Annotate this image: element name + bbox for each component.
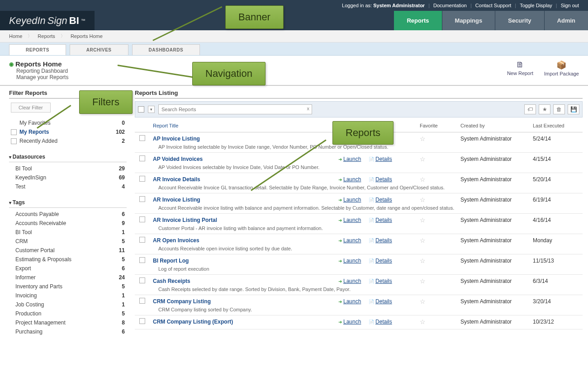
details-link[interactable]: Details bbox=[369, 176, 392, 183]
delete-button[interactable]: 🗑 bbox=[553, 104, 565, 114]
link-contact-support[interactable]: Contact Support bbox=[475, 3, 512, 8]
tag-item[interactable]: Accounts Payable bbox=[11, 211, 59, 217]
report-title-link[interactable]: AP Invoice Listing bbox=[153, 136, 200, 142]
launch-link[interactable]: Launch bbox=[338, 278, 361, 284]
filter-checkbox[interactable] bbox=[11, 138, 17, 144]
report-title-link[interactable]: AR Invoice Listing Portal bbox=[153, 217, 217, 223]
launch-link[interactable]: Launch bbox=[338, 217, 361, 223]
tag-item[interactable]: Inventory and Parts bbox=[11, 283, 62, 290]
row-checkbox[interactable] bbox=[139, 257, 145, 263]
launch-link[interactable]: Launch bbox=[338, 319, 361, 325]
row-checkbox[interactable] bbox=[139, 135, 145, 141]
favorite-star-icon[interactable]: ☆ bbox=[420, 298, 426, 305]
tag-button[interactable]: 🏷 bbox=[524, 104, 536, 114]
tag-item[interactable]: Estimating & Proposals bbox=[11, 256, 71, 263]
favorite-star-icon[interactable]: ☆ bbox=[420, 135, 426, 142]
nav-security[interactable]: Security bbox=[495, 11, 544, 30]
table-row: Cash Receipts Launch Details ☆ System Ad… bbox=[135, 275, 583, 295]
launch-link[interactable]: Launch bbox=[338, 176, 361, 183]
launch-link[interactable]: Launch bbox=[338, 156, 361, 162]
favorite-star-icon[interactable]: ☆ bbox=[420, 216, 426, 224]
link-sign-out[interactable]: Sign out bbox=[561, 3, 579, 8]
subtab-reports[interactable]: REPORTS bbox=[9, 44, 66, 55]
tag-item[interactable]: Job Costing bbox=[11, 301, 44, 308]
details-link[interactable]: Details bbox=[369, 197, 392, 203]
select-dropdown[interactable]: ▾ bbox=[148, 106, 155, 113]
report-title-link[interactable]: AR Open Invoices bbox=[153, 237, 199, 244]
tag-item[interactable]: BI Tool bbox=[11, 229, 32, 235]
favorite-star-icon[interactable]: ☆ bbox=[420, 155, 426, 163]
datasource-item[interactable]: Test bbox=[11, 183, 25, 190]
launch-link[interactable]: Launch bbox=[338, 237, 361, 244]
row-checkbox[interactable] bbox=[139, 216, 145, 222]
new-report-button[interactable]: 🗎 New Report bbox=[507, 60, 533, 76]
clear-filter-button[interactable]: Clear Filter bbox=[11, 103, 51, 113]
favorite-button[interactable]: ★ bbox=[539, 104, 550, 114]
tag-item[interactable]: Project Management bbox=[11, 320, 66, 326]
favorite-star-icon[interactable]: ☆ bbox=[420, 237, 426, 244]
launch-link[interactable]: Launch bbox=[338, 258, 361, 264]
link-toggle-display[interactable]: Toggle Display bbox=[520, 3, 552, 8]
row-checkbox[interactable] bbox=[139, 298, 145, 304]
nav-admin[interactable]: Admin bbox=[544, 11, 588, 30]
favorite-star-icon[interactable]: ☆ bbox=[420, 257, 426, 264]
clear-search-icon[interactable]: x bbox=[307, 106, 310, 111]
details-link[interactable]: Details bbox=[369, 156, 392, 162]
select-all-checkbox[interactable] bbox=[138, 106, 144, 113]
datasources-title[interactable]: Datasources bbox=[9, 152, 127, 162]
report-title-link[interactable]: Cash Receipts bbox=[153, 278, 190, 284]
tag-item[interactable]: Informer bbox=[11, 274, 36, 281]
report-title-link[interactable]: CRM Company Listing bbox=[153, 298, 211, 305]
details-link[interactable]: Details bbox=[369, 298, 392, 305]
filter-checkbox[interactable] bbox=[11, 129, 17, 135]
save-button[interactable]: 💾 bbox=[568, 104, 579, 114]
table-row: BI Report Log Launch Details ☆ System Ad… bbox=[135, 254, 583, 275]
filter-item[interactable]: My Reports bbox=[19, 129, 49, 135]
filter-item[interactable]: Recently Added bbox=[19, 138, 57, 144]
col-report-title[interactable]: Report Title bbox=[153, 123, 338, 128]
datasource-item[interactable]: BI Tool bbox=[11, 165, 32, 172]
details-link[interactable]: Details bbox=[369, 258, 392, 264]
favorite-star-icon[interactable]: ☆ bbox=[420, 318, 426, 325]
subtab-archives[interactable]: ARCHIVES bbox=[70, 44, 128, 55]
launch-link[interactable]: Launch bbox=[338, 298, 361, 305]
tag-item[interactable]: Accounts Receivable bbox=[11, 220, 66, 226]
details-link[interactable]: Details bbox=[369, 237, 392, 244]
nav-mappings[interactable]: Mappings bbox=[442, 11, 495, 30]
callout-navigation: Navigation bbox=[192, 62, 266, 85]
tags-title[interactable]: Tags bbox=[9, 197, 127, 208]
report-title-link[interactable]: AR Invoice Details bbox=[153, 176, 200, 183]
report-title-link[interactable]: AR Invoice Listing bbox=[153, 197, 200, 203]
tag-item[interactable]: Production bbox=[11, 310, 41, 317]
favorite-star-icon[interactable]: ☆ bbox=[420, 196, 426, 203]
import-package-button[interactable]: 📦 Import Package bbox=[544, 60, 579, 76]
link-documentation[interactable]: Documentation bbox=[433, 3, 467, 8]
tag-item[interactable]: CRM bbox=[11, 238, 28, 244]
report-title-link[interactable]: CRM Company Listing (Export) bbox=[153, 319, 233, 325]
favorite-star-icon[interactable]: ☆ bbox=[420, 176, 426, 183]
row-checkbox[interactable] bbox=[139, 318, 145, 324]
favorite-star-icon[interactable]: ☆ bbox=[420, 277, 426, 285]
report-title-link[interactable]: BI Report Log bbox=[153, 258, 189, 264]
launch-link[interactable]: Launch bbox=[338, 197, 361, 203]
details-link[interactable]: Details bbox=[369, 319, 392, 325]
tag-item[interactable]: Export bbox=[11, 265, 31, 272]
tag-item[interactable]: Customer Portal bbox=[11, 247, 55, 254]
tag-item[interactable]: Invoicing bbox=[11, 292, 37, 299]
row-checkbox[interactable] bbox=[139, 237, 145, 243]
row-checkbox[interactable] bbox=[139, 176, 145, 182]
details-link[interactable]: Details bbox=[369, 278, 392, 284]
row-checkbox[interactable] bbox=[139, 277, 145, 283]
breadcrumb-home[interactable]: Home bbox=[9, 33, 22, 39]
nav-reports[interactable]: Reports bbox=[394, 11, 441, 30]
row-checkbox[interactable] bbox=[139, 155, 145, 161]
details-link[interactable]: Details bbox=[369, 217, 392, 223]
tag-item[interactable]: Purchasing bbox=[11, 329, 43, 335]
search-input[interactable] bbox=[158, 104, 312, 114]
subtab-dashboards[interactable]: DASHBOARDS bbox=[132, 44, 200, 55]
row-checkbox[interactable] bbox=[139, 196, 145, 202]
report-title-link[interactable]: AP Voided Invoices bbox=[153, 156, 203, 162]
breadcrumb-reports-home[interactable]: Reports Home bbox=[71, 33, 103, 39]
breadcrumb-reports[interactable]: Reports bbox=[38, 33, 55, 39]
datasource-item[interactable]: KeyedInSign bbox=[11, 174, 46, 181]
